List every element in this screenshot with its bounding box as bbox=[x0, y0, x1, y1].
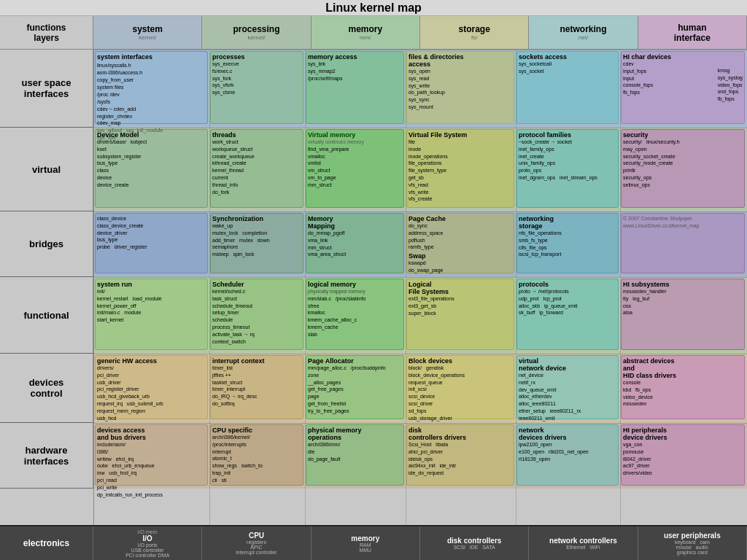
left-border bbox=[93, 50, 94, 525]
elec-io-top: I/O mem bbox=[138, 529, 158, 534]
cell-hi-char-devices: HI char devices cdev input_fops input co… bbox=[621, 51, 745, 124]
cell-devices-bus-drivers: devices accessand bus drivers include/as… bbox=[95, 424, 208, 486]
column-headers: system kernel/ processing kernel/ memory… bbox=[93, 16, 747, 50]
col-memory-sub: mm/ bbox=[360, 34, 371, 41]
files-dirs-title: files & directoriesaccess bbox=[409, 53, 512, 68]
security-content: security/ linux/security.h may_open secu… bbox=[623, 139, 743, 189]
logical-memory-title: logical memory bbox=[308, 281, 402, 288]
memory-mapping-title: MemoryMapping bbox=[308, 215, 402, 230]
left-header: functionslayers bbox=[0, 16, 93, 50]
sync-content: wake_up mutex_lock completion add_timer … bbox=[212, 222, 301, 258]
network-drivers-title: networkdevices drivers bbox=[519, 427, 616, 441]
col-processing-sub: kernel/ bbox=[247, 34, 265, 41]
row-label-devices: devicescontrol bbox=[0, 354, 93, 423]
hi-subsystems-content: mousedev_handler tty log_buf ossalsa bbox=[623, 288, 743, 316]
memory-access-content: sys_brk sys_mmap2 /proc/self/maps bbox=[308, 61, 402, 82]
col-header-processing: processing kernel/ bbox=[202, 16, 311, 49]
cell-cpu-specific: CPU specific arch/i386/kernel/ /proc/int… bbox=[210, 424, 303, 486]
files-dirs-content: sys_open sys_read sys_write do_path_look… bbox=[409, 68, 512, 111]
threads-content: work_struct workqueue_struct create_work… bbox=[212, 139, 301, 195]
cell-scheduler: Scheduler kernel/sched.c task_struct sch… bbox=[210, 279, 303, 350]
block-devices-content: block/ gendisk block_device_operations r… bbox=[409, 365, 512, 421]
hi-char-title: HI char devices bbox=[623, 53, 743, 61]
sockets-access-title: sockets access bbox=[519, 53, 616, 61]
scheduler-content: kernel/sched.c task_struct schedule_time… bbox=[212, 288, 301, 345]
hi-peripherals-content: vga_con psmouse i8042_driver ac97_driver… bbox=[623, 441, 743, 477]
elec-network-sub: Ethernet WiFi bbox=[566, 545, 600, 550]
networking-storage-content: nfs_file_operations smb_fs_type cifs_fil… bbox=[519, 230, 616, 258]
cell-bridges-system: class_device class_device_create device_… bbox=[95, 213, 208, 273]
hi-char-right: kmsgsys_syslogvideo_fopssnd_fopsfb_fops bbox=[718, 67, 743, 103]
col-div-2 bbox=[305, 50, 306, 525]
devices-bus-content: include/asm/i386/ writew ehci_irq outw e… bbox=[97, 441, 206, 498]
electronics-label-text: electronics bbox=[23, 538, 69, 548]
row-div-3 bbox=[93, 277, 747, 278]
virtual-memory-content: virtually continues memory find_vma_prep… bbox=[308, 139, 402, 189]
logical-fs-content: ext3_file_operations ext3_get_sb super_b… bbox=[409, 295, 512, 316]
logical-memory-sub: physically mapped memory bbox=[308, 288, 402, 295]
elec-peripherals: user peripherals keyboard cammouse audio… bbox=[638, 526, 747, 560]
elec-network-main: network controllers bbox=[549, 537, 617, 545]
cell-networking-storage: networkingstorage nfs_file_operations sm… bbox=[516, 213, 619, 273]
virtual-label-text: virtual bbox=[32, 164, 61, 175]
col-div-1 bbox=[209, 50, 210, 525]
elec-io-sub: I/O portsUSB controllerPCI controller DM… bbox=[125, 542, 169, 558]
row-div-4 bbox=[93, 354, 747, 354]
row-div-5 bbox=[93, 423, 747, 424]
title-text: Linux kernel map bbox=[325, 1, 422, 15]
bridges-system-content: class_device class_device_create device_… bbox=[97, 215, 206, 251]
layers-label: functionslayers bbox=[27, 23, 66, 43]
devices-bus-title: devices accessand bus drivers bbox=[97, 427, 206, 441]
page-allocator-title: Page Allocator bbox=[308, 357, 402, 365]
scheduler-title: Scheduler bbox=[212, 281, 301, 288]
cell-generic-hw: generic HW access drivers/ pci_driver us… bbox=[95, 355, 208, 419]
networking-storage-title: networkingstorage bbox=[519, 215, 616, 230]
cell-virtual-memory: Virtual memory virtually continues memor… bbox=[306, 129, 404, 208]
system-interfaces-title: system interfaces bbox=[97, 53, 206, 61]
hi-subsystems-title: HI subsystems bbox=[623, 281, 743, 288]
row-div-1 bbox=[93, 128, 747, 128]
col-div-5 bbox=[620, 50, 621, 525]
generic-hw-content: drivers/ pci_driver usb_driver pci_regis… bbox=[97, 365, 206, 421]
row-label-userspace: user spaceinterfaces bbox=[0, 50, 93, 128]
cell-logical-memory: logical memory physically mapped memory … bbox=[306, 279, 404, 350]
elec-cpu-main: CPU bbox=[249, 532, 264, 540]
col-header-storage: storage fs/ bbox=[420, 16, 529, 49]
col-system-sub: kernel/ bbox=[139, 34, 156, 41]
cell-protocols: protocols proto → /net/protocols udp_pro… bbox=[516, 279, 619, 350]
cell-page-allocator: Page Allocator mm/page_alloc.c /proc/bud… bbox=[306, 355, 404, 419]
device-model-title: Device Model bbox=[97, 131, 206, 139]
block-devices-title: Block devices bbox=[409, 357, 512, 365]
cell-page-cache-swap: Page Cache do_sync address_space pdflush… bbox=[406, 213, 514, 273]
sockets-access-content: sys_socketcall sys_socket bbox=[519, 61, 616, 75]
cell-system-interfaces: system interfaces linux/syscalls.hasm-i3… bbox=[95, 51, 208, 124]
system-run-title: system run bbox=[97, 281, 206, 288]
col-human-label: humaninterface bbox=[674, 23, 711, 43]
protocol-families-content: ~sock_create → socket inet_family_ops in… bbox=[519, 139, 616, 182]
swap-content: kswapd do_swap_page bbox=[409, 260, 512, 274]
sync-title: Synchronization bbox=[212, 215, 301, 222]
cell-interrupt-context: interrupt context timer_list jiffies ++ … bbox=[210, 355, 303, 419]
cell-memory-mapping: MemoryMapping do_mmap_pgoff vma_link mm_… bbox=[306, 213, 404, 273]
functional-label-text: functional bbox=[23, 310, 69, 321]
virtual-memory-title: Virtual memory bbox=[308, 131, 402, 139]
col-header-memory: memory mm/ bbox=[311, 16, 420, 49]
vfs-content: file inode inode_operations file_operati… bbox=[409, 139, 512, 203]
network-drivers-content: ipw2100_open e100_open r8d201_net_open r… bbox=[519, 441, 616, 462]
col-storage-label: storage bbox=[458, 24, 489, 34]
system-run-content: init/ kernel_restart load_module kernel_… bbox=[97, 288, 206, 324]
cell-system-run: system run init/ kernel_restart load_mod… bbox=[95, 279, 208, 350]
col-storage-sub: fs/ bbox=[471, 34, 477, 41]
bridges-label-text: bridges bbox=[29, 238, 63, 249]
col-header-human: humaninterface bbox=[638, 16, 747, 49]
security-title: security bbox=[623, 131, 743, 139]
abstract-devices-title: abstract devicesandHID class drivers bbox=[623, 357, 743, 379]
cell-virtual-network: virtualnetwork device net_device netif_r… bbox=[516, 355, 619, 419]
page-cache-content: do_sync address_space pdflush ramfs_type bbox=[409, 222, 512, 251]
col-system-label: system bbox=[132, 24, 162, 34]
virtual-network-title: virtualnetwork device bbox=[519, 357, 616, 372]
device-model-content: drivers/base/ kobjectkset subsystem_regi… bbox=[97, 139, 206, 189]
cell-files-dirs: files & directoriesaccess sys_open sys_r… bbox=[406, 51, 514, 124]
elec-memory-sub: RAMMMU bbox=[359, 542, 371, 553]
cpu-specific-content: arch/i386/kernel/ /proc/interrupts inter… bbox=[212, 434, 301, 484]
